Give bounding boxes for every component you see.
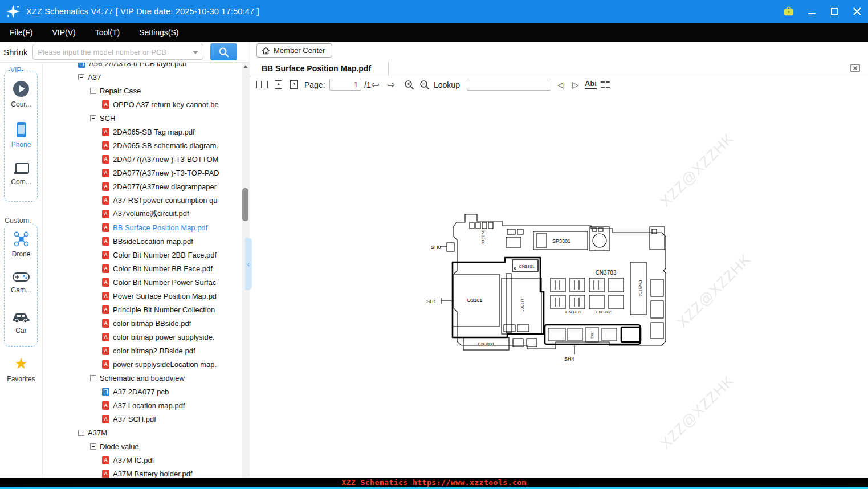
zoom-in-icon[interactable] — [404, 80, 414, 90]
text-search-mode-icon[interactable]: Abi — [585, 80, 597, 89]
collapse-minus-icon[interactable] — [78, 74, 84, 80]
pdf-file-icon: A — [102, 196, 109, 205]
search-button[interactable] — [210, 43, 237, 60]
two-page-view-icon[interactable] — [256, 81, 268, 88]
tree-file[interactable]: ABBsideLocation map.pdf — [43, 234, 242, 248]
status-bar: XZZ Schematics https://www.xzztools.com — [0, 478, 868, 487]
tree-file[interactable]: AColor Bit Number Power Surfac — [43, 275, 242, 289]
tree-file[interactable]: A56-2AA318-0 PCB layer.pcb — [43, 63, 242, 70]
tree-file[interactable]: AA37M Battery holder.pdf — [43, 467, 242, 478]
document-tab[interactable]: BB Surface Position Map.pdf — [250, 64, 371, 73]
collapse-minus-icon[interactable] — [78, 430, 84, 436]
tree-file[interactable]: AColor Bit Number BB Face.pdf — [43, 262, 242, 275]
sidebar-item-drone[interactable]: Drone — [0, 231, 42, 258]
collapse-minus-icon[interactable] — [90, 115, 96, 121]
tree-file[interactable]: AA37volume减circuit.pdf — [43, 207, 242, 221]
tree-folder[interactable]: SCH — [43, 111, 242, 125]
chevron-down-icon[interactable] — [193, 51, 198, 54]
pdf-file-icon: A — [102, 128, 109, 136]
tree-file[interactable]: AA37 RSTpower consumption qu — [43, 193, 242, 207]
previous-page-icon[interactable]: ⇦ — [371, 80, 379, 89]
tree-item-label: color bitmap power supplyside. — [113, 333, 214, 341]
model-search-combo[interactable] — [32, 44, 203, 60]
main-header: Member Center — [250, 42, 868, 61]
app-window: XZZ Schematics V4.77 [ VIP Due date: 202… — [0, 0, 868, 489]
collapse-minus-icon[interactable] — [90, 443, 96, 450]
tree-file[interactable]: AA37M IC.pdf — [43, 453, 242, 467]
tree-folder[interactable]: A37 — [43, 70, 242, 84]
sidebar-item-phone[interactable]: Phone — [0, 122, 42, 149]
diagram-label: CN3701 — [565, 309, 581, 315]
lookup-input[interactable] — [467, 79, 551, 91]
sidebar-item-label: Gam... — [11, 286, 31, 294]
tree-file[interactable]: ABB Surface Position Map.pdf — [43, 221, 242, 234]
tree-folder[interactable]: Repair Case — [43, 84, 242, 97]
tree-file[interactable]: Acolor bitmap BBside.pdf — [43, 316, 242, 330]
tree-folder[interactable]: A37M — [43, 426, 242, 439]
close-document-icon[interactable] — [850, 64, 860, 75]
sidebar-item-computer[interactable]: Com... — [0, 163, 42, 186]
minimize-button[interactable] — [806, 6, 817, 17]
next-result-icon[interactable]: ▷ — [572, 80, 579, 89]
previous-result-icon[interactable]: ◁ — [557, 80, 564, 89]
panel-collapse-handle[interactable]: ‹ — [245, 238, 252, 290]
tree-file[interactable]: A2DA065-SB schematic diagram. — [43, 138, 242, 152]
menu-file[interactable]: File(F) — [10, 28, 32, 37]
tree-item-label: OPPO A37 return key cannot be — [113, 100, 219, 109]
menu-tool[interactable]: Tool(T) — [95, 28, 120, 37]
member-center-button[interactable]: Member Center — [256, 43, 332, 58]
pdf-file-icon: A — [102, 319, 109, 328]
vip-briefcase-icon[interactable] — [784, 6, 794, 17]
tree-file[interactable]: Acolor bitmap2 BBside.pdf — [43, 344, 242, 357]
tree-file[interactable]: AA37 SCH.pdf — [43, 412, 242, 426]
pdf-file-icon: A — [102, 347, 109, 355]
tree-item-label: A37M Battery holder.pdf — [113, 470, 192, 478]
menu-vip[interactable]: VIP(V) — [52, 28, 75, 37]
tree-file[interactable]: APrinciple Bit Number Collection — [43, 303, 242, 316]
tree-file[interactable]: A2DA077(A37new diagrampaper — [43, 180, 242, 193]
page-number-input[interactable] — [329, 79, 361, 91]
close-button[interactable] — [852, 6, 862, 17]
tree-item-label: A37M IC.pdf — [113, 456, 154, 464]
scrollbar-thumb[interactable] — [242, 188, 248, 221]
tree-file[interactable]: Acolor bitmap power supplyside. — [43, 330, 242, 344]
tree-folder[interactable]: Schematic and boardview — [43, 371, 242, 385]
maximize-button[interactable] — [829, 6, 840, 17]
sidebar-item-car[interactable]: Car — [0, 311, 42, 335]
rotate-left-icon[interactable] — [275, 80, 282, 89]
shrink-button[interactable]: Shrink — [0, 47, 32, 57]
tree-file[interactable]: A37 2DA077.pcb — [43, 385, 242, 398]
home-icon — [262, 47, 270, 55]
pdf-viewer[interactable]: XZZ@XZZHK XZZ@XZZHK XZZ@XZZHK — [250, 93, 868, 478]
tree-file[interactable]: A2DA077(A37new )-T3-BOTTOM — [43, 152, 242, 166]
tree-file[interactable]: AColor Bit Number 2BB Face.pdf — [43, 248, 242, 262]
sidebar-item-game[interactable]: Gam... — [0, 271, 42, 294]
diagram-label: CN3702 — [596, 309, 612, 315]
rotate-right-icon[interactable] — [290, 80, 298, 89]
model-search-input[interactable] — [33, 44, 203, 59]
sidebar-item-favorites[interactable]: ★ Favorites — [0, 356, 42, 383]
tree-file[interactable]: A2DA077(A37new )-T3-TOP-PAD — [43, 166, 242, 180]
tree-file[interactable]: A2DA065-SB Tag map.pdf — [43, 125, 242, 138]
collapse-minus-icon[interactable] — [90, 88, 96, 94]
pdf-file-icon: A — [102, 210, 109, 218]
star-icon: ★ — [14, 356, 28, 372]
tree-folder[interactable]: Diode value — [43, 439, 242, 453]
tree-file[interactable]: AOPPO A37 return key cannot be — [43, 97, 242, 111]
pdf-file-icon: A — [102, 278, 109, 287]
scroll-up-icon[interactable] — [243, 65, 248, 68]
thumbnail-grid-icon[interactable] — [601, 80, 610, 89]
tree-item-label: Diode value — [100, 442, 139, 451]
tree-file[interactable]: APower Surface Position Map.pd — [43, 289, 242, 303]
tree-file[interactable]: Apower supplysideLocation map. — [43, 357, 242, 371]
title-bar: XZZ Schematics V4.77 [ VIP Due date: 202… — [0, 0, 868, 23]
menu-settings[interactable]: Settings(S) — [139, 28, 178, 37]
zoom-out-icon[interactable] — [419, 80, 430, 90]
collapse-minus-icon[interactable] — [90, 375, 96, 381]
next-page-icon[interactable]: ⇨ — [387, 80, 395, 89]
page-total-label: /1 — [364, 80, 371, 89]
main-panel: Member Center BB Surface Position Map.pd… — [249, 42, 868, 478]
tree-file[interactable]: AA37 Location map.pdf — [43, 398, 242, 412]
sidebar-item-course[interactable]: Cour... — [0, 81, 42, 108]
pdf-file-icon: A — [102, 141, 109, 150]
